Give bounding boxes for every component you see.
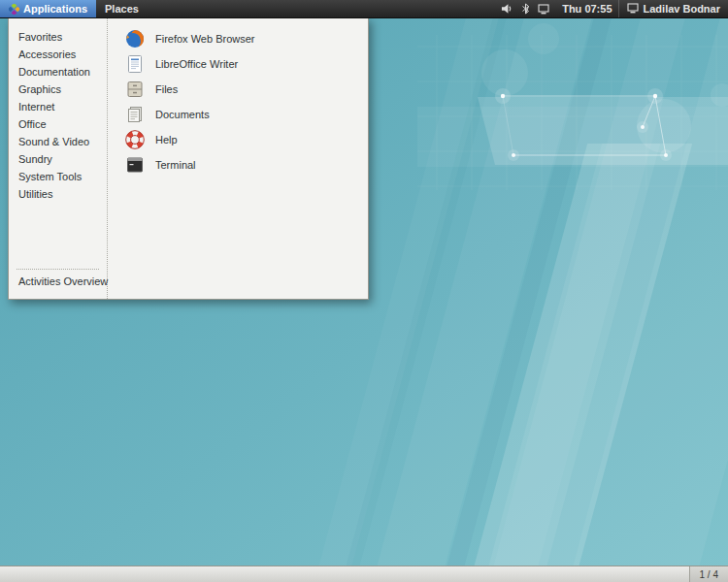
category-sound-video[interactable]: Sound & Video: [9, 133, 107, 150]
category-accessories[interactable]: Accessories: [9, 46, 107, 63]
category-graphics[interactable]: Graphics: [9, 81, 107, 98]
category-list: Favorites Accessories Documentation Grap…: [9, 18, 108, 299]
terminal-icon: [125, 155, 145, 175]
category-internet[interactable]: Internet: [9, 98, 107, 115]
app-item-list: Firefox Web Browser LibreOffice Writer: [108, 18, 368, 299]
app-item-writer[interactable]: LibreOffice Writer: [121, 51, 368, 77]
app-item-terminal[interactable]: Terminal: [121, 152, 368, 178]
category-office[interactable]: Office: [9, 115, 107, 133]
workspace-label: 1 / 4: [700, 569, 718, 580]
category-documentation[interactable]: Documentation: [9, 63, 107, 81]
activities-overview[interactable]: Activities Overview: [9, 273, 107, 293]
system-tray: [494, 0, 556, 17]
applications-menu[interactable]: Applications: [0, 0, 96, 17]
bottom-panel: 1 / 4: [0, 566, 728, 582]
app-item-firefox[interactable]: Firefox Web Browser: [121, 26, 368, 51]
category-separator: [17, 269, 99, 270]
places-label: Places: [105, 3, 139, 15]
app-item-documents[interactable]: Documents: [121, 102, 368, 127]
documents-icon: [125, 105, 145, 124]
app-item-help[interactable]: Help: [121, 127, 368, 152]
user-menu[interactable]: Ladilav Bodnar: [618, 0, 728, 17]
app-item-label: Files: [155, 83, 178, 95]
category-utilities[interactable]: Utilities: [9, 185, 107, 203]
app-item-files[interactable]: Files: [121, 77, 368, 102]
app-item-label: Documents: [155, 109, 210, 120]
clock-label: Thu 07:55: [562, 3, 612, 15]
app-item-label: Firefox Web Browser: [155, 33, 255, 45]
applications-label: Applications: [23, 3, 87, 15]
display-icon[interactable]: [538, 4, 549, 15]
volume-icon[interactable]: [501, 3, 513, 15]
files-icon: [125, 80, 145, 99]
user-name: Ladilav Bodnar: [644, 3, 720, 15]
workspace-indicator[interactable]: 1 / 4: [689, 566, 728, 582]
firefox-icon: [125, 29, 145, 48]
writer-icon: [125, 54, 145, 74]
app-item-label: Terminal: [155, 159, 196, 171]
help-icon: [125, 130, 145, 149]
category-sundry[interactable]: Sundry: [9, 150, 107, 168]
app-item-label: Help: [155, 134, 178, 146]
bluetooth-icon[interactable]: [521, 3, 530, 15]
applications-dropdown: Favorites Accessories Documentation Grap…: [8, 17, 369, 300]
places-menu[interactable]: Places: [96, 0, 148, 17]
category-favorites[interactable]: Favorites: [9, 28, 107, 46]
applications-icon: [9, 4, 19, 15]
top-panel: Applications Places Thu 07:55: [0, 0, 728, 18]
category-system-tools[interactable]: System Tools: [9, 168, 107, 185]
user-icon: [627, 3, 639, 16]
clock-menu[interactable]: Thu 07:55: [556, 0, 617, 17]
app-item-label: LibreOffice Writer: [155, 58, 238, 70]
